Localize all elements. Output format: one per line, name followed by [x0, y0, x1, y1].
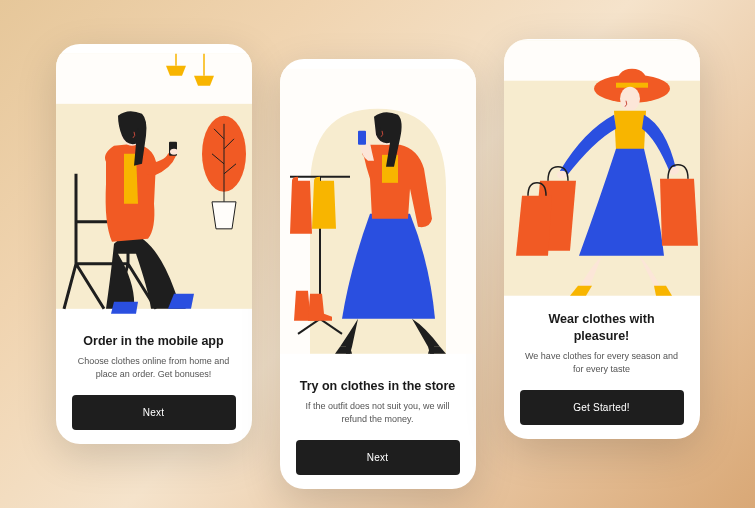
next-button[interactable]: Next — [296, 440, 460, 475]
onboarding-card-2: Try on clothes in the store If the outfi… — [280, 59, 476, 489]
illustration-order — [56, 44, 252, 319]
desc-1: Choose clothes online from home and plac… — [72, 355, 236, 381]
svg-point-28 — [557, 171, 567, 179]
svg-point-13 — [137, 128, 139, 130]
svg-point-22 — [379, 127, 381, 129]
svg-rect-20 — [358, 131, 366, 145]
illustration-shopping — [504, 39, 700, 297]
title-3: Wear clothes with pleasure! — [520, 311, 684, 344]
content-3: Wear clothes with pleasure! We have clot… — [504, 297, 700, 439]
desc-2: If the outfit does not suit you, we will… — [296, 400, 460, 426]
next-button[interactable]: Next — [72, 395, 236, 430]
onboarding-card-1: Order in the mobile app Choose clothes o… — [56, 44, 252, 444]
title-2: Try on clothes in the store — [296, 378, 460, 394]
title-1: Order in the mobile app — [72, 333, 236, 349]
get-started-button[interactable]: Get Started! — [520, 390, 684, 425]
content-2: Try on clothes in the store If the outfi… — [280, 364, 476, 489]
svg-point-11 — [170, 149, 178, 155]
content-1: Order in the mobile app Choose clothes o… — [56, 319, 252, 444]
svg-rect-24 — [504, 41, 700, 81]
onboarding-card-3: Wear clothes with pleasure! We have clot… — [504, 39, 700, 439]
woman-sitting-chair-phone-icon — [56, 44, 252, 319]
svg-rect-1 — [56, 54, 252, 104]
svg-point-27 — [620, 87, 640, 111]
woman-shopping-bags-hat-icon — [504, 39, 700, 297]
illustration-tryon — [280, 59, 476, 364]
woman-walking-phone-rack-icon — [280, 59, 476, 364]
desc-3: We have clothes for every season and for… — [520, 350, 684, 376]
